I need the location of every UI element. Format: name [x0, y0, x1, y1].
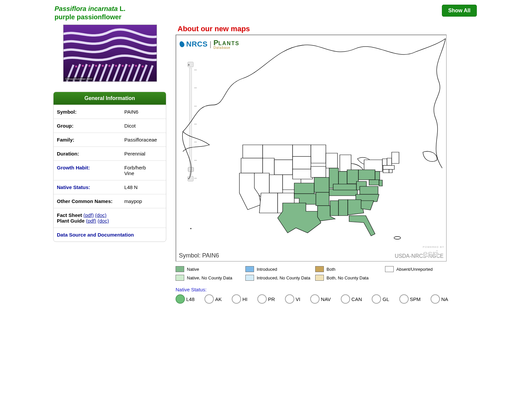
native-status-option[interactable]: NA — [431, 294, 448, 304]
legend-swatch — [176, 275, 184, 281]
info-key: Family: — [54, 133, 121, 147]
info-row: Growth Habit:Forb/herb Vine — [54, 161, 166, 180]
info-value: maypop — [121, 194, 166, 208]
data-source-link[interactable]: Data Source and Documentation — [57, 232, 134, 238]
plant-guide-doc-link[interactable]: (doc) — [98, 218, 109, 224]
legend-item: Both, No County Data — [315, 275, 382, 281]
info-value: Perennial — [121, 147, 166, 161]
fact-sheet-pdf-link[interactable]: (pdf) — [83, 212, 94, 218]
native-status-code: NAV — [321, 296, 331, 302]
native-status-option[interactable]: CAN — [341, 294, 362, 304]
info-row: Family:Passifloraceae — [54, 133, 166, 147]
general-info-panel: General Information Symbol:PAIN6Group:Di… — [53, 92, 166, 242]
info-key: Duration: — [54, 147, 121, 161]
native-status-code: HI — [242, 296, 247, 302]
native-status-label: Native Status: — [176, 287, 206, 292]
info-row: Duration:Perennial — [54, 147, 166, 161]
map-legend: NativeIntroducedBothAbsent/UnreportedNat… — [176, 266, 479, 281]
native-status-option[interactable]: GL — [372, 294, 389, 304]
native-status-code: AK — [215, 296, 222, 302]
legend-label: Both — [327, 267, 335, 272]
svg-point-12 — [394, 237, 401, 239]
scientific-name: Passiflora incarnata — [55, 5, 118, 12]
map-canvas[interactable] — [176, 35, 446, 261]
native-status-option[interactable]: SPM — [399, 294, 421, 304]
legend-item: Native — [176, 266, 242, 272]
plant-guide-pdf-link[interactable]: (pdf) — [86, 218, 96, 224]
radio-icon — [285, 294, 294, 304]
svg-point-7 — [115, 65, 117, 67]
map-symbol-label: Symbol: PAIN6 — [179, 252, 219, 259]
legend-label: Native — [187, 267, 199, 272]
native-status-code: CAN — [351, 296, 362, 302]
svg-point-6 — [108, 65, 110, 67]
info-row: Native Status:L48 N — [54, 180, 166, 194]
radio-icon — [310, 294, 320, 304]
native-status-code: VI — [296, 296, 300, 302]
thumbnail-credit: © Doug Goldman 2002 — [64, 77, 93, 81]
plant-thumbnail[interactable]: © Doug Goldman 2002 — [63, 25, 157, 82]
radio-icon — [257, 294, 267, 304]
native-status-code: L48 — [186, 296, 195, 302]
radio-icon — [232, 294, 241, 304]
info-key[interactable]: Native Status: — [54, 180, 121, 194]
legend-item: Introduced — [245, 266, 312, 272]
native-status-option[interactable]: HI — [232, 294, 247, 304]
info-row: Group:Dicot — [54, 119, 166, 133]
radio-icon — [176, 294, 185, 304]
about-maps-heading[interactable]: About our new maps — [178, 25, 479, 33]
info-key: Symbol: — [54, 105, 121, 119]
legend-label: Introduced, No County Data — [257, 275, 310, 280]
native-status-option[interactable]: NAV — [310, 294, 331, 304]
native-status-code: NA — [441, 296, 448, 302]
esri-logo: POWERED BY esri — [423, 246, 444, 259]
radio-icon — [204, 294, 214, 304]
legend-item: Introduced, No County Data — [245, 275, 312, 281]
legend-swatch — [315, 275, 324, 281]
legend-item: Both — [315, 266, 382, 272]
native-status-option[interactable]: VI — [285, 294, 300, 304]
legend-label: Native, No County Data — [187, 275, 232, 280]
info-value: Dicot — [121, 119, 166, 133]
svg-point-1 — [75, 65, 77, 67]
svg-point-8 — [122, 65, 124, 67]
show-all-button[interactable]: Show All — [442, 5, 477, 17]
radio-icon — [341, 294, 350, 304]
info-key: Other Common Names: — [54, 194, 121, 208]
fact-sheet-row: Fact Sheet (pdf) (doc) Plant Guide (pdf)… — [54, 208, 166, 228]
legend-swatch — [176, 266, 184, 272]
fact-sheet-doc-link[interactable]: (doc) — [95, 212, 106, 218]
legend-label: Introduced — [257, 267, 277, 272]
svg-point-11 — [142, 65, 144, 67]
svg-point-5 — [102, 65, 104, 67]
legend-swatch — [385, 266, 394, 272]
native-status-option[interactable]: PR — [257, 294, 275, 304]
svg-point-4 — [95, 65, 97, 67]
info-row: Other Common Names:maypop — [54, 194, 166, 208]
radio-icon — [431, 294, 440, 304]
page-title: Passiflora incarnata L. purple passionfl… — [55, 5, 125, 21]
info-row: Symbol:PAIN6 — [54, 105, 166, 119]
common-name: purple passionflower — [55, 13, 121, 21]
info-value: L48 N — [121, 180, 166, 194]
legend-swatch — [315, 266, 324, 272]
svg-point-9 — [128, 65, 130, 67]
legend-swatch — [245, 275, 254, 281]
native-status-code: PR — [268, 296, 275, 302]
info-value: PAIN6 — [121, 105, 166, 119]
svg-point-3 — [88, 65, 90, 67]
info-value: Passifloraceae — [121, 133, 166, 147]
legend-item: Absent/Unreported — [385, 266, 452, 272]
svg-point-13 — [191, 228, 191, 229]
native-status-code: SPM — [410, 296, 421, 302]
info-key[interactable]: Growth Habit: — [54, 161, 121, 180]
distribution-map[interactable]: NRCS | PLANTS Database ▴ ▾ ––––––– — [176, 35, 447, 261]
general-info-heading: General Information — [54, 92, 166, 105]
native-status-code: GL — [382, 296, 389, 302]
legend-label: Both, No County Data — [327, 275, 368, 280]
svg-point-10 — [135, 65, 137, 67]
native-status-option[interactable]: L48 — [176, 294, 195, 304]
radio-icon — [372, 294, 381, 304]
native-status-option[interactable]: AK — [204, 294, 222, 304]
info-value: Forb/herb Vine — [121, 161, 166, 180]
